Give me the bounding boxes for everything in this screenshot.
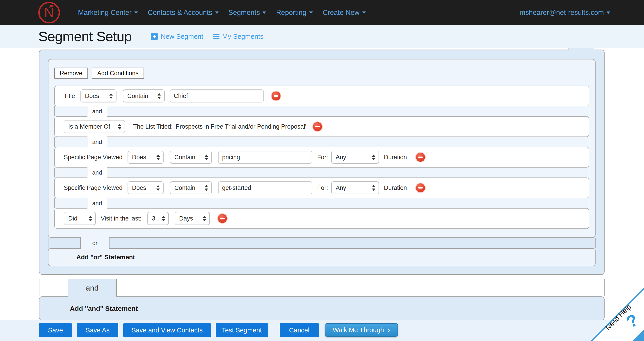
title-operator-select[interactable]: Contain [123,89,165,102]
save-as-button[interactable]: Save As [77,323,118,338]
walk-me-through-label: Walk Me Through [333,326,384,334]
page-header: Segment Setup + New Segment My Segments [0,25,644,48]
select-value: Any [336,154,346,161]
connector-label: or [92,240,97,247]
select-value: Contain [174,154,195,161]
page-value-input[interactable] [218,181,312,194]
nav-menu: Marketing Center Contacts & Accounts Seg… [78,2,366,23]
select-value: Does [85,93,99,100]
page-verb-select[interactable]: Does [128,181,164,194]
connector-label: and [92,138,102,145]
condition-row-page-pricing: Specific Page Viewed Does Contain For: A… [54,147,589,168]
my-segments-link[interactable]: My Segments [213,33,264,40]
remove-condition-icon[interactable] [313,122,322,131]
chevron-down-icon [362,11,366,14]
select-value: Contain [174,184,195,191]
visit-verb-select[interactable]: Did [64,212,96,225]
nav-item-segments[interactable]: Segments [228,2,266,23]
need-help-widget[interactable]: Need Help ? [591,288,644,341]
nav-item-marketing-center[interactable]: Marketing Center [78,2,138,23]
or-connector: or [48,238,596,248]
select-value: Did [68,215,78,222]
visit-number-select[interactable]: 3 [147,212,169,225]
select-arrows-icon [118,124,122,129]
save-button[interactable]: Save [39,323,72,338]
select-arrows-icon [156,154,160,160]
account-menu[interactable]: mshearer@net-results.com [520,0,610,25]
nav-item-create-new[interactable]: Create New [323,2,366,23]
and-connector: and [54,137,589,147]
select-arrows-icon [372,185,376,191]
remove-group-button[interactable]: Remove [54,67,88,79]
duration-select[interactable]: Any [331,151,379,164]
duration-label: Duration [384,154,407,161]
title-value-input[interactable] [170,89,264,102]
select-value: Does [132,154,146,161]
walk-me-through-button[interactable]: Walk Me Through › [325,323,398,337]
chevron-right-icon: › [388,326,390,334]
header-links: + New Segment My Segments [151,33,264,40]
add-or-statement-button[interactable]: Add "or" Statement [48,248,596,266]
nav-item-reporting[interactable]: Reporting [276,2,312,23]
nav-item-contacts-accounts[interactable]: Contacts & Accounts [148,2,218,23]
condition-label: Title [64,93,75,100]
visit-unit-select[interactable]: Days [175,212,210,225]
nav-item-label: Segments [228,8,260,17]
title-verb-select[interactable]: Does [80,89,116,102]
plus-icon: + [151,33,158,40]
group-connector-tab [568,48,594,50]
connector-label: and [92,169,102,176]
page-value-input[interactable] [218,151,312,164]
new-segment-link[interactable]: + New Segment [151,33,203,40]
select-value: Any [336,184,346,191]
list-title-text: The List Titled: 'Prospects in Free Tria… [133,123,306,130]
save-and-view-contacts-button[interactable]: Save and View Contacts [123,323,211,338]
chevron-down-icon [215,11,218,14]
nav-item-label: Contacts & Accounts [148,8,212,17]
condition-label: Specific Page Viewed [64,184,122,191]
and-connector: and [54,168,589,177]
page-operator-select[interactable]: Contain [170,151,212,164]
select-arrows-icon [162,216,165,221]
chevron-down-icon [309,11,313,14]
or-group-container: Remove Add Conditions Title Does Contain [39,49,604,275]
select-arrows-icon [204,185,208,191]
chevron-down-icon [262,11,266,14]
logo-flag-icon [49,5,55,8]
list-icon [213,34,220,39]
select-arrows-icon [158,93,161,99]
condition-row-list-membership: Is a Member Of The List Titled: 'Prospec… [54,116,589,137]
condition-label: Specific Page Viewed [64,154,122,161]
duration-select[interactable]: Any [331,181,379,194]
new-segment-label: New Segment [161,33,203,40]
connector-label: and [92,200,102,207]
connector-label: and [92,108,102,115]
select-value: Does [132,184,146,191]
cancel-button[interactable]: Cancel [280,323,319,338]
test-segment-button[interactable]: Test Segment [216,323,268,338]
remove-condition-icon[interactable] [218,214,227,223]
nav-item-label: Marketing Center [78,8,132,17]
remove-condition-icon[interactable] [416,153,425,162]
condition-row-page-getstarted: Specific Page Viewed Does Contain For: A… [54,177,589,198]
group-actions: Remove Add Conditions [54,67,589,79]
for-label: For: [317,184,328,191]
net-results-logo[interactable]: N [38,2,60,23]
select-arrows-icon [109,93,113,99]
page-operator-select[interactable]: Contain [170,181,212,194]
select-value: 3 [152,215,155,222]
chevron-down-icon [134,11,138,14]
account-email: mshearer@net-results.com [520,8,604,17]
add-conditions-button[interactable]: Add Conditions [92,67,144,79]
visit-label: Visit in the last: [101,215,142,222]
condition-row-title: Title Does Contain [54,86,589,106]
footer-toolbar: Save Save As Save and View Contacts Test… [0,320,644,341]
add-and-statement-button[interactable]: Add "and" Statement [39,296,604,321]
my-segments-label: My Segments [222,33,264,40]
select-value: Is a Member Of [68,123,110,130]
page-verb-select[interactable]: Does [128,151,164,164]
remove-condition-icon[interactable] [416,183,425,192]
membership-select[interactable]: Is a Member Of [64,120,125,133]
remove-condition-icon[interactable] [272,91,280,100]
and-connector: and [54,198,589,208]
